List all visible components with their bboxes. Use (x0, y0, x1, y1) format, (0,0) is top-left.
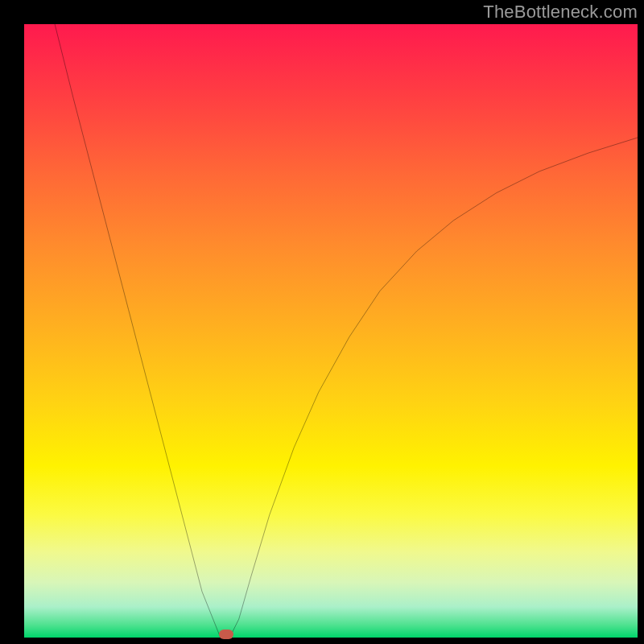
optimum-marker (219, 630, 233, 639)
watermark-text: TheBottleneck.com (483, 2, 638, 23)
curve-path (55, 24, 638, 638)
bottleneck-curve (24, 24, 638, 638)
chart-plot-area (24, 24, 638, 638)
